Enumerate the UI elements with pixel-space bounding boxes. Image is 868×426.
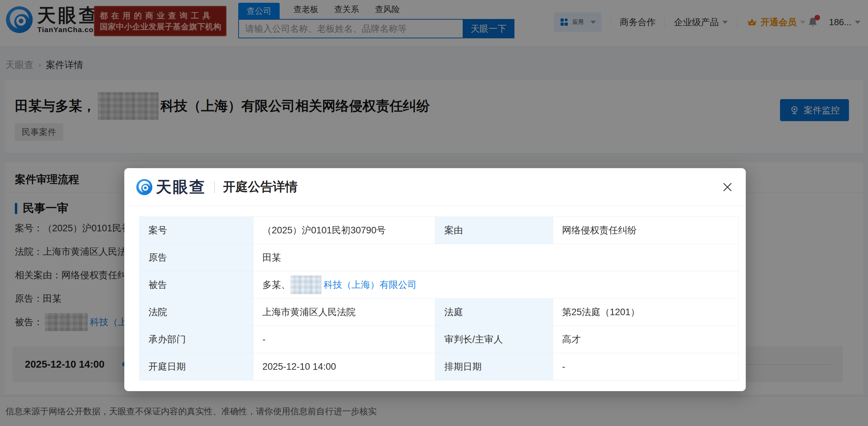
modal-title: 开庭公告详情 [223,178,298,195]
table-row: 法院 上海市黄浦区人民法院 法庭 第25法庭（1201） [139,299,739,326]
table-row: 开庭日期 2025-12-10 14:00 排期日期 - [139,353,739,380]
cell-label: 原告 [139,244,253,271]
cell-label: 审判长/主审人 [435,326,553,353]
cell-label: 承办部门 [139,326,253,353]
modal-header: 天眼查 开庭公告详情 [124,168,746,206]
cell-value: - [253,326,435,353]
cell-value: 第25法庭（1201） [553,299,739,326]
cell-label: 法院 [139,299,253,326]
table-row: 承办部门 - 审判长/主审人 高才 [139,326,739,353]
redacted-block [290,275,321,294]
hearing-detail-modal: 天眼查 开庭公告详情 案号 （2025）沪0101民初30790号 案由 网络侵… [124,168,746,391]
defendant-company-link[interactable]: 科技（上海）有限公司 [324,279,417,291]
modal-close-button[interactable] [721,181,734,194]
defendant-prefix: 多某、 [262,279,290,291]
swirl-logo-icon [136,179,153,195]
cell-value: 田某 [253,244,739,271]
cell-label: 案由 [435,217,553,244]
table-row: 原告 田某 [139,244,739,271]
table-row: 案号 （2025）沪0101民初30790号 案由 网络侵权责任纠纷 [139,217,739,244]
cell-value: 2025-12-10 14:00 [253,353,435,380]
modal-header-divider [214,181,215,193]
cell-value: （2025）沪0101民初30790号 [253,217,435,244]
cell-value: 多某、 科技（上海）有限公司 [253,271,739,299]
modal-brand-name: 天眼查 [156,177,206,197]
close-icon [721,181,734,194]
cell-value: 网络侵权责任纠纷 [553,217,739,244]
hearing-detail-table: 案号 （2025）沪0101民初30790号 案由 网络侵权责任纠纷 原告 田某… [139,216,739,380]
cell-label: 法庭 [435,299,553,326]
cell-label: 排期日期 [435,353,553,380]
table-row: 被告 多某、 科技（上海）有限公司 [139,271,739,299]
cell-label: 案号 [139,217,253,244]
modal-brand-logo: 天眼查 [136,177,206,197]
cell-label: 被告 [139,271,253,299]
cell-value: - [553,353,739,380]
cell-label: 开庭日期 [139,353,253,380]
cell-value: 上海市黄浦区人民法院 [253,299,435,326]
cell-value: 高才 [553,326,739,353]
